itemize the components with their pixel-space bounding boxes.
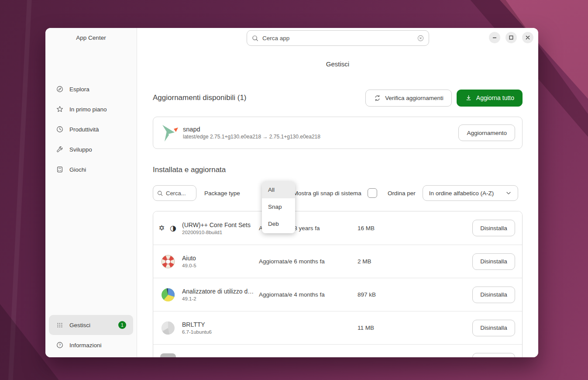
app-version: 49.1-2 — [182, 296, 259, 301]
package-type-label: Package type — [204, 190, 240, 197]
show-system-snaps-label: Mostra gli snap di sistema — [293, 190, 361, 197]
installed-section-title: Installata e aggiornata — [153, 166, 523, 174]
updates-section-title: Aggiornamenti disponibili (1) — [153, 93, 247, 102]
manage-page-content: Aggiornamenti disponibili (1) Verifica a… — [153, 75, 523, 357]
app-name-column: Analizzatore di utilizzo d… 49.1-2 — [182, 288, 259, 301]
sidebar-item-label: Sviluppo — [69, 146, 92, 153]
uninstall-label: Disinstalla — [480, 325, 507, 331]
sidebar-item-gestisci[interactable]: Gestisci 1 — [49, 315, 133, 335]
update-card-snapd[interactable]: snapd latest/edge 2.75.1+g130.e0ea218 → … — [153, 117, 523, 149]
update-action-label: Aggiornamento — [467, 130, 507, 136]
sidebar-item-label: Esplora — [69, 86, 89, 93]
minimize-button[interactable] — [489, 32, 500, 43]
snapd-app-icon — [160, 123, 179, 142]
update-all-button[interactable]: Aggiorna tutto — [457, 90, 523, 107]
update-action-button[interactable]: Aggiornamento — [458, 124, 515, 141]
sidebar-item-in-primo-piano[interactable]: In primo piano — [49, 99, 133, 119]
sidebar-item-informazioni[interactable]: ? Informazioni — [49, 335, 133, 355]
close-button[interactable] — [522, 32, 533, 43]
uninstall-button[interactable]: Disinstalla — [472, 287, 515, 303]
app-search-field[interactable] — [247, 30, 429, 46]
app-name-column: (URW)++ Core Font Sets 20200910-8build1 — [182, 221, 259, 235]
uninstall-label: Disinstalla — [480, 258, 507, 265]
show-system-snaps-checkbox[interactable] — [368, 188, 377, 198]
star-icon — [56, 105, 64, 113]
download-icon — [465, 94, 472, 102]
update-all-label: Aggiorna tutto — [476, 94, 514, 101]
uninstall-button[interactable] — [472, 353, 515, 358]
desktop: App Center Esplora In primo piano — [0, 0, 588, 380]
list-item-brltty[interactable]: BRLTTY 6.7-1ubuntu6 11 MB Disinstalla — [153, 311, 522, 344]
page-title: Gestisci — [137, 60, 538, 68]
uninstall-button[interactable]: Disinstalla — [472, 220, 515, 236]
sort-select-value: In ordine alfabetico (A-Z) — [429, 190, 494, 197]
partial-app-icon — [160, 353, 176, 358]
gamepad-icon — [56, 166, 64, 173]
uninstall-button[interactable]: Disinstalla — [472, 253, 515, 270]
app-name: (URW)++ Core Font Sets — [182, 221, 259, 228]
app-size: 11 MB — [358, 325, 410, 331]
app-version: 6.7-1ubuntu6 — [182, 329, 259, 335]
updates-section-header: Aggiornamenti disponibili (1) Verifica a… — [153, 89, 523, 107]
app-name-column: Aiuto 49.0-5 — [182, 255, 259, 268]
wrench-icon — [56, 145, 64, 153]
list-item-aiuto[interactable]: Aiuto 49.0-5 Aggiornata/e 6 months fa 2 … — [153, 245, 522, 278]
disk-usage-app-icon — [160, 287, 176, 303]
urw-fonts-app-icon: ✡ ◑ — [160, 220, 176, 236]
sort-label: Ordina per — [388, 190, 416, 197]
update-app-name: snapd — [183, 126, 320, 133]
clear-search-icon[interactable] — [417, 35, 424, 42]
sidebar-item-produttivita[interactable]: Produttività — [49, 119, 133, 139]
sidebar-item-label: Produttività — [69, 126, 99, 133]
app-size: 2 MB — [358, 258, 410, 265]
update-app-versions: latest/edge 2.75.1+g130.e0ea218 → 2.75.1… — [183, 134, 320, 140]
uninstall-button[interactable]: Disinstalla — [472, 320, 515, 336]
app-version: 20200910-8build1 — [182, 230, 259, 235]
update-count-badge: 1 — [118, 321, 126, 329]
package-type-option-snap[interactable]: Snap — [262, 198, 295, 215]
package-type-option-all[interactable]: All — [262, 181, 295, 198]
chevron-down-icon — [505, 190, 512, 196]
update-card-text: snapd latest/edge 2.75.1+g130.e0ea218 → … — [183, 126, 320, 140]
app-size: 897 kB — [358, 291, 410, 298]
maximize-button[interactable] — [505, 32, 517, 43]
installed-search-input[interactable] — [166, 190, 190, 197]
aiuto-app-icon — [160, 254, 176, 269]
app-updated: Aggiornata/e 6 months fa — [259, 258, 358, 265]
list-item-urw-fonts[interactable]: ✡ ◑ (URW)++ Core Font Sets 20200910-8bui… — [153, 211, 522, 245]
app-version: 49.0-5 — [182, 263, 259, 268]
svg-text:?: ? — [59, 343, 61, 347]
list-item-partial[interactable] — [153, 344, 522, 357]
sidebar-item-label: Gestisci — [69, 322, 90, 328]
sidebar-bottom-nav: Gestisci 1 ? Informazioni — [49, 315, 133, 355]
sidebar-item-sviluppo[interactable]: Sviluppo — [49, 139, 133, 159]
app-search-input[interactable] — [262, 35, 417, 41]
check-updates-label: Verifica aggiornamenti — [385, 95, 444, 101]
package-type-option-deb[interactable]: Deb — [262, 215, 295, 232]
app-name-column: BRLTTY 6.7-1ubuntu6 — [182, 321, 259, 335]
question-circle-icon: ? — [56, 341, 64, 349]
compass-icon — [56, 85, 64, 93]
search-icon — [251, 35, 259, 42]
sidebar-item-giochi[interactable]: Giochi — [49, 159, 133, 180]
app-name: BRLTTY — [182, 321, 259, 328]
sidebar: App Center Esplora In primo piano — [45, 28, 137, 357]
list-item-disk-usage-analyzer[interactable]: Analizzatore di utilizzo d… 49.1-2 Aggio… — [153, 278, 522, 311]
uninstall-label: Disinstalla — [480, 225, 507, 231]
app-name: Analizzatore di utilizzo d… — [182, 288, 259, 295]
installed-filter-row: Package type All Snap Deb Mostra gli sna… — [153, 185, 523, 201]
installed-search-field[interactable] — [153, 185, 196, 201]
sidebar-item-esplora[interactable]: Esplora — [49, 79, 133, 99]
sidebar-item-label: Informazioni — [69, 342, 102, 349]
top-bar: Gestisci — [137, 28, 538, 75]
main-panel: Gestisci Aggiornamenti disponibili (1) V… — [137, 28, 538, 357]
window-controls — [489, 32, 533, 43]
search-icon — [157, 190, 163, 197]
installed-list: ✡ ◑ (URW)++ Core Font Sets 20200910-8bui… — [153, 211, 523, 357]
refresh-icon — [374, 94, 381, 102]
sort-select[interactable]: In ordine alfabetico (A-Z) — [423, 185, 518, 201]
clock-icon — [56, 125, 64, 133]
package-type-menu: All Snap Deb — [262, 181, 295, 233]
sidebar-nav: Esplora In primo piano Produttività — [49, 79, 133, 180]
check-updates-button[interactable]: Verifica aggiornamenti — [365, 90, 452, 107]
